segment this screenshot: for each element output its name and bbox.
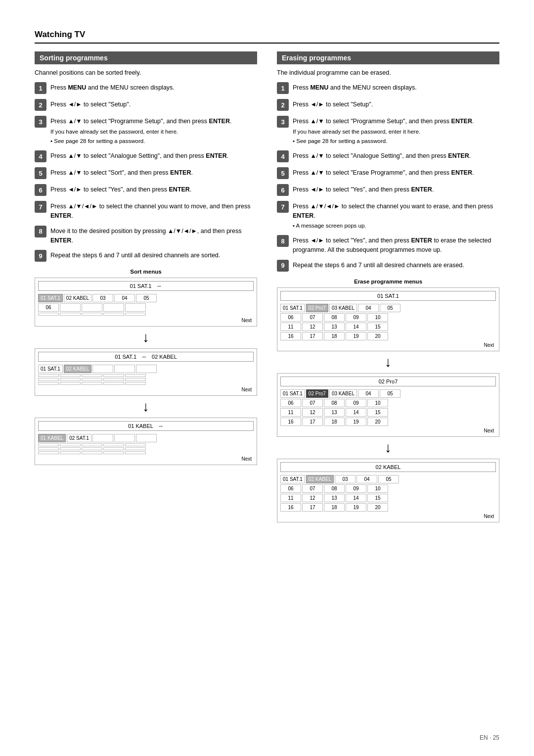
erase-step-num-2: 2 — [277, 99, 289, 111]
erasing-section: Erasing programmes The individual progra… — [277, 51, 499, 524]
sort-diagrams-label: Sort menus — [35, 269, 257, 275]
page-number: EN · 25 — [480, 734, 499, 741]
sorting-step-5: 5 Press ▲/▼ to select "Sort", and then p… — [35, 167, 257, 179]
sort-screen-1-top: 01 SAT.1↔ — [38, 281, 254, 291]
erase-screen-2: 02 Pro7 01 SAT.1 02 Pro7 03 KABEL 04 05 … — [277, 373, 499, 437]
erase-arrow-down-1: ↓ — [277, 355, 499, 369]
step-num-3: 3 — [35, 116, 46, 128]
arrow-down-1: ↓ — [35, 331, 257, 344]
erasing-step-8: 8 Press ◄/► to select "Yes", and then pr… — [277, 235, 499, 255]
sorting-steps: 1 Press MENU and the MENU screen display… — [35, 82, 257, 262]
sort-screen-2: 01 SAT.1↔02 KABEL 01 SAT.1 02 KABEL — [35, 348, 257, 396]
erase-step-text-5: Press ▲/▼ to select "Erase Programme", a… — [293, 167, 474, 178]
erase-step-sub-3: If you have already set the password, en… — [293, 128, 474, 136]
erase-step-num-1: 1 — [277, 82, 289, 94]
sort-screen-1-grid: 01 SAT.1 02 KABEL 03 04 05 06 — [38, 294, 254, 316]
cell-01sat1: 01 SAT.1 — [38, 294, 63, 302]
erase-step-num-5: 5 — [277, 167, 289, 179]
erasing-step-2: 2 Press ◄/► to select "Setup". — [277, 99, 499, 111]
erasing-step-1: 1 Press MENU and the MENU screen display… — [277, 82, 499, 94]
erase-step-num-6: 6 — [277, 184, 289, 196]
cell-empty3 — [103, 303, 124, 312]
step-text-8: Move it to the desired position by press… — [50, 226, 257, 245]
sort-screen-1-next: Next — [38, 318, 254, 323]
erase-step-num-8: 8 — [277, 235, 289, 247]
step-num-7: 7 — [35, 201, 46, 213]
erase-screen-2-grid: 01 SAT.1 02 Pro7 03 KABEL 04 05 06 07 08… — [280, 389, 496, 426]
erase-step-text-2: Press ◄/► to select "Setup". — [293, 99, 373, 109]
step-num-2: 2 — [35, 99, 46, 111]
sort-screen-3-grid: 01 KABEL 02 SAT.1 — [38, 434, 254, 454]
erase-step-text-4: Press ▲/▼ to select "Analogue Setting", … — [293, 150, 471, 161]
erasing-step-4: 4 Press ▲/▼ to select "Analogue Setting"… — [277, 150, 499, 162]
erase-screen-3-top: 02 KABEL — [280, 462, 496, 472]
step-num-1: 1 — [35, 82, 46, 94]
erase-step-text-8: Press ◄/► to select "Yes", and then pres… — [293, 235, 499, 255]
cell-empty4 — [125, 303, 146, 312]
erase-step-text-9: Repeat the steps 6 and 7 until all desir… — [293, 260, 464, 270]
step-text-9: Repeat the steps 6 and 7 until all desir… — [50, 250, 220, 260]
erase-arrow-down-2: ↓ — [277, 441, 499, 455]
erase-screen-3: 02 KABEL 01 SAT.1 02 KABEL 03 04 05 06 0… — [277, 459, 499, 522]
step-num-5: 5 — [35, 167, 46, 179]
step-text-7: Press ▲/▼/◄/► to select the channel you … — [50, 201, 257, 221]
erasing-steps: 1 Press MENU and the MENU screen display… — [277, 82, 499, 272]
erasing-step-9: 9 Repeat the steps 6 and 7 until all des… — [277, 260, 499, 272]
step-num-4: 4 — [35, 150, 46, 162]
sorting-step-8: 8 Move it to the desired position by pre… — [35, 226, 257, 245]
step-sub-3: If you have already set the password, en… — [50, 128, 231, 136]
sorting-step-2: 2 Press ◄/► to select "Setup". — [35, 99, 257, 111]
erase-step-bullet-7: A message screen pops up. — [293, 222, 499, 230]
erase-step-text-7: Press ▲/▼/◄/► to select the channel you … — [293, 201, 499, 230]
erase-screen-1-next: Next — [280, 342, 496, 348]
erasing-step-6: 6 Press ◄/► to select "Yes", and then pr… — [277, 184, 499, 196]
cell-03: 03 — [92, 294, 113, 302]
sorting-step-7: 7 Press ▲/▼/◄/► to select the channel yo… — [35, 201, 257, 221]
erase-screen-3-next: Next — [280, 514, 496, 519]
erase-screen-1-top: 01 SAT.1 — [280, 291, 496, 301]
erasing-step-3: 3 Press ▲/▼ to select "Programme Setup",… — [277, 116, 499, 145]
sorting-intro: Channel positions can be sorted freely. — [35, 69, 257, 76]
step-bullet-3: See page 28 for setting a password. — [50, 137, 231, 145]
sorting-step-1: 1 Press MENU and the MENU screen display… — [35, 82, 257, 94]
step-num-9: 9 — [35, 250, 46, 262]
erase-step-text-1: Press MENU and the MENU screen displays. — [293, 82, 417, 93]
erasing-step-7: 7 Press ▲/▼/◄/► to select the channel yo… — [277, 201, 499, 230]
erasing-intro: The individual programme can be erased. — [277, 69, 499, 76]
step-text-2: Press ◄/► to select "Setup". — [50, 99, 131, 109]
step-text-3: Press ▲/▼ to select "Programme Setup", a… — [50, 116, 231, 145]
step-text-6: Press ◄/► to select "Yes", and then pres… — [50, 184, 191, 194]
erase-step-text-6: Press ◄/► to select "Yes", and then pres… — [293, 184, 434, 194]
erase-diagrams-label: Erase programme menus — [277, 279, 499, 284]
sort-screen-3-top: 01 KABEL↔ — [38, 421, 254, 431]
cell-04: 04 — [114, 294, 135, 302]
page-title: Watching TV — [35, 30, 499, 44]
erase-step-num-4: 4 — [277, 150, 289, 162]
erase-screen-1-grid: 01 SAT.1 02 Pro7 03 KABEL 04 05 06 07 08… — [280, 304, 496, 340]
cell-02kabel: 02 KABEL — [64, 294, 91, 302]
erase-step-num-3: 3 — [277, 116, 289, 128]
step-text-1: Press MENU and the MENU screen displays. — [50, 82, 175, 93]
erasing-step-5: 5 Press ▲/▼ to select "Erase Programme",… — [277, 167, 499, 179]
cell-06: 06 — [38, 303, 59, 312]
erase-step-bullet-3: See page 28 for setting a password. — [293, 137, 474, 145]
sorting-step-6: 6 Press ◄/► to select "Yes", and then pr… — [35, 184, 257, 196]
erase-step-num-9: 9 — [277, 260, 289, 272]
cell-05: 05 — [136, 294, 157, 302]
arrow-down-2: ↓ — [35, 400, 257, 414]
erase-screen-2-top: 02 Pro7 — [280, 377, 496, 386]
sort-screen-2-top: 01 SAT.1↔02 KABEL — [38, 352, 254, 362]
erase-screen-2-next: Next — [280, 428, 496, 433]
erasing-header: Erasing programmes — [277, 51, 499, 64]
erase-step-text-3: Press ▲/▼ to select "Programme Setup", a… — [293, 116, 474, 145]
sort-screen-2-grid: 01 SAT.1 02 KABEL — [38, 365, 254, 385]
sort-screen-3: 01 KABEL↔ 01 KABEL 02 SAT.1 — [35, 418, 257, 465]
cell-empty2 — [82, 303, 102, 312]
erase-screen-1: 01 SAT.1 01 SAT.1 02 Pro7 03 KABEL 04 05… — [277, 287, 499, 351]
sort-screen-1: 01 SAT.1↔ 01 SAT.1 02 KABEL 03 04 05 06 — [35, 278, 257, 327]
sorting-step-4: 4 Press ▲/▼ to select "Analogue Setting"… — [35, 150, 257, 162]
sorting-step-9: 9 Repeat the steps 6 and 7 until all des… — [35, 250, 257, 262]
step-text-4: Press ▲/▼ to select "Analogue Setting", … — [50, 150, 228, 161]
sort-screen-3-next: Next — [38, 456, 254, 462]
erase-screen-3-grid: 01 SAT.1 02 KABEL 03 04 05 06 07 08 09 1… — [280, 475, 496, 512]
